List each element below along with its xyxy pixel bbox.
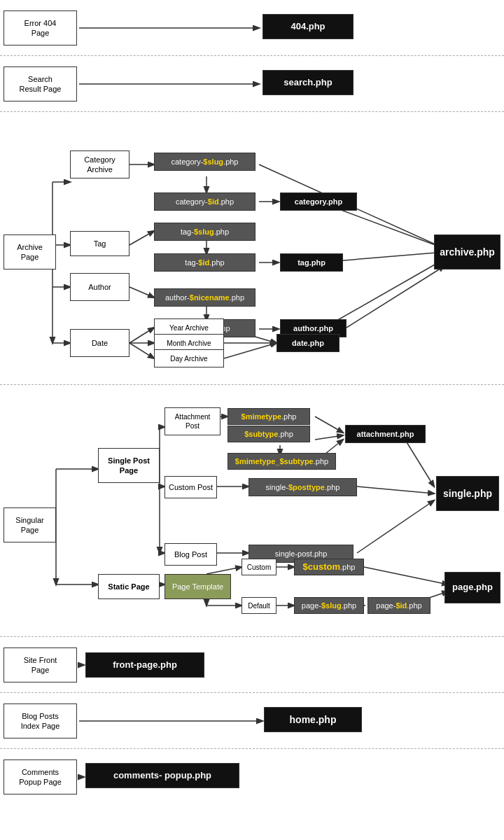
attachment-php: attachment.php (345, 425, 426, 443)
comments-file: comments- popup.php (85, 763, 239, 788)
svg-line-47 (206, 567, 241, 574)
tag-slug-file: tag-$slug.php (154, 223, 255, 241)
error404-label: Error 404 Page (4, 10, 77, 46)
category-slug-file: category-$slug.php (154, 153, 255, 171)
archive-section: Archive Page Category Archive category-$… (0, 112, 504, 385)
category-archive-label: Category Archive (70, 150, 130, 178)
blog-posts-label: Blog Posts Index Page (4, 704, 77, 738)
front-page-label: Site Front Page (4, 648, 77, 682)
front-page-file: front-page.php (85, 652, 204, 678)
custom-file: $custom.php (294, 559, 364, 575)
archive-page-label: Archive Page (4, 234, 56, 270)
author-label: Author (70, 273, 130, 301)
singular-section: Singular Page Single Post Page Attachmen… (0, 385, 504, 637)
comments-section: Comments Popup Page comments- popup.php (0, 749, 504, 805)
date-php: date.php (276, 334, 340, 352)
mimetype-file: $mimetype.php (227, 408, 310, 425)
blog-post-label: Blog Post (164, 543, 217, 566)
singular-page-label: Singular Page (4, 507, 56, 542)
error404-section: Error 404 Page 404.php (0, 0, 504, 56)
tag-php: tag.php (280, 253, 343, 272)
page-id-file: page-$id.php (368, 597, 430, 614)
error404-file: 404.php (262, 14, 354, 39)
author-nicename-file: author-$nicename.php (154, 288, 255, 307)
blog-posts-file: home.php (264, 707, 362, 732)
search-file: search.php (262, 70, 354, 95)
mimetype-subtype-file: $mimetype_$subtype.php (227, 453, 336, 470)
svg-line-37 (315, 416, 343, 433)
custom-post-label: Custom Post (164, 476, 217, 498)
svg-line-22 (130, 343, 154, 358)
comments-label: Comments Popup Page (4, 760, 77, 794)
attachment-post-label: Attachment Post (164, 407, 220, 435)
search-label: Search Result Page (4, 66, 77, 102)
svg-line-20 (130, 328, 154, 343)
svg-line-25 (224, 343, 276, 358)
archive-php: archive.php (434, 234, 500, 270)
blog-posts-section: Blog Posts Index Page home.php (0, 693, 504, 749)
front-page-section: Site Front Page front-page.php (0, 637, 504, 693)
search-section: Search Result Page search.php (0, 56, 504, 112)
custom-label: Custom (241, 559, 276, 575)
static-page-label: Static Page (98, 574, 160, 599)
page-slug-file: page-$slug.php (294, 597, 364, 614)
default-label: Default (241, 597, 276, 614)
svg-line-44 (357, 500, 434, 553)
tag-label: Tag (70, 231, 130, 256)
svg-line-16 (130, 287, 154, 298)
single-post-page-label: Single Post Page (98, 448, 160, 483)
page-template-label: Page Template (164, 574, 231, 599)
single-php: single.php (436, 476, 499, 511)
subtype-file: $subtype.php (227, 426, 310, 442)
category-id-file: category-$id.php (154, 192, 255, 211)
tag-id-file: tag-$id.php (154, 253, 255, 272)
category-php: category.php (280, 192, 357, 211)
svg-line-12 (130, 231, 154, 245)
date-label: Date (70, 329, 130, 357)
single-posttype-file: single-$posttype.php (248, 478, 357, 496)
svg-line-50 (364, 567, 448, 584)
page-php: page.php (444, 572, 500, 603)
day-archive: Day Archive (154, 349, 224, 368)
svg-line-42 (357, 486, 434, 493)
svg-line-38 (315, 435, 343, 440)
